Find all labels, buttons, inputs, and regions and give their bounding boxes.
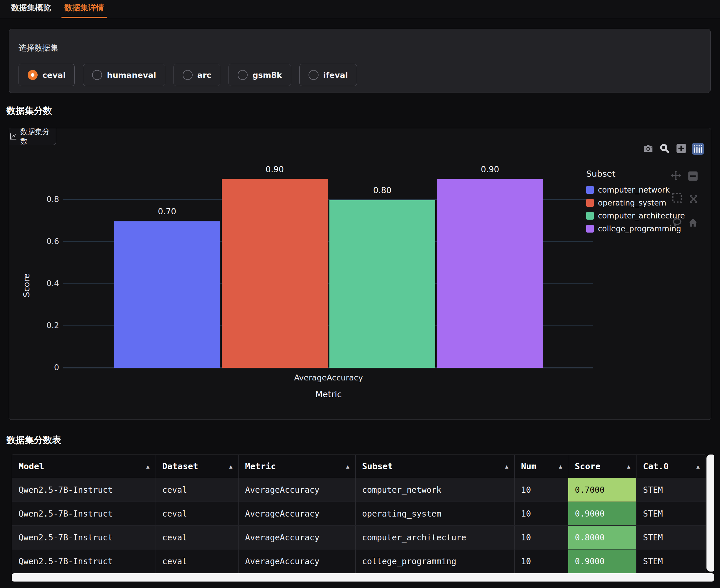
bar-value-label: 0.90 [437, 165, 543, 174]
zoom-out-icon[interactable] [687, 170, 699, 182]
cell-subset: computer_architecture [355, 526, 514, 549]
table-row-college_programming: Qwen2.5-7B-InstructcevalAverageAccuracyc… [12, 549, 705, 573]
radio-selected-icon[interactable] [28, 70, 38, 80]
cell-cat: STEM [636, 478, 705, 502]
legend-swatch-icon [586, 225, 594, 233]
column-header-cat-0[interactable]: Cat.0▲ [636, 455, 705, 478]
dataset-selector-label: 选择数据集 [19, 43, 701, 53]
cell-metric: AverageAccuracy [238, 549, 355, 573]
legend-swatch-icon [586, 199, 594, 207]
cell-model: Qwen2.5-7B-Instruct [12, 478, 156, 502]
dataset-option-label: ceval [42, 70, 66, 80]
y-tick-label: 0.6 [27, 237, 59, 246]
dataset-option-label: arc [197, 70, 211, 80]
cell-model: Qwen2.5-7B-Instruct [12, 549, 156, 573]
radio-icon[interactable] [92, 70, 102, 80]
y-tick-label: 0 [27, 363, 59, 372]
horizontal-scrollbar[interactable] [12, 573, 714, 582]
legend-item-label: college_programming [598, 224, 681, 233]
cell-dataset: ceval [156, 526, 239, 549]
sort-arrow-icon[interactable]: ▲ [627, 463, 630, 469]
legend-item-college_programming[interactable]: college_programming [586, 222, 685, 235]
cell-metric: AverageAccuracy [238, 526, 355, 549]
radio-icon[interactable] [238, 70, 248, 80]
y-tick-label: 0.8 [27, 195, 59, 204]
dataset-option-label: ifeval [323, 70, 348, 80]
dataset-option-arc[interactable]: arc [173, 64, 221, 86]
cell-num: 10 [514, 478, 568, 502]
legend-item-label: operating_system [598, 198, 666, 207]
radio-icon[interactable] [309, 70, 318, 80]
cell-cat: STEM [636, 502, 705, 525]
legend-swatch-icon [586, 212, 594, 219]
sort-arrow-icon[interactable]: ▲ [346, 463, 349, 469]
table-section-title: 数据集分数表 [6, 434, 61, 446]
cell-num: 10 [514, 526, 568, 549]
dataset-option-ifeval[interactable]: ifeval [300, 64, 357, 86]
legend-item-computer_network[interactable]: computer_network [586, 184, 685, 196]
score-table: Model▲Dataset▲Metric▲Subset▲Num▲Score▲Ca… [12, 455, 714, 584]
plot-area: 00.20.40.60.80.700.900.800.90AverageAccu… [9, 128, 711, 420]
cell-dataset: ceval [156, 549, 239, 573]
cell-dataset: ceval [156, 502, 239, 525]
bar-college_programming [437, 179, 543, 368]
sort-arrow-icon[interactable]: ▲ [559, 463, 562, 469]
tab-dataset-details[interactable]: 数据集详情 [61, 0, 107, 18]
bar-computer_network [114, 221, 220, 368]
lasso-icon[interactable] [672, 217, 683, 228]
x-tick-label: AverageAccuracy [114, 373, 543, 382]
legend-item-operating_system[interactable]: operating_system [586, 196, 685, 209]
dataset-selector-panel: 选择数据集 cevalhumanevalarcgsm8kifeval [9, 29, 711, 93]
legend-swatch-icon [586, 186, 594, 194]
cell-cat: STEM [636, 526, 705, 549]
sort-arrow-icon[interactable]: ▲ [697, 463, 700, 469]
radio-icon[interactable] [183, 70, 193, 80]
column-header-subset[interactable]: Subset▲ [355, 455, 514, 478]
column-header-num[interactable]: Num▲ [514, 455, 568, 478]
cell-num: 10 [514, 549, 568, 573]
cell-cat: STEM [636, 549, 705, 573]
table-row-operating_system: Qwen2.5-7B-InstructcevalAverageAccuracyo… [12, 502, 705, 525]
y-tick-label: 0.2 [27, 321, 59, 330]
autoscale-icon[interactable] [688, 193, 699, 205]
column-header-label: Subset [362, 461, 393, 471]
cell-subset: college_programming [355, 549, 514, 573]
column-header-label: Cat.0 [643, 461, 668, 471]
tab-bar: 数据集概览 数据集详情 [0, 0, 720, 18]
home-icon[interactable] [687, 217, 699, 228]
vertical-scrollbar[interactable] [706, 455, 714, 571]
dataset-option-gsm8k[interactable]: gsm8k [228, 64, 291, 86]
box-select-icon[interactable] [672, 192, 683, 204]
cell-subset: operating_system [355, 502, 514, 525]
column-header-dataset[interactable]: Dataset▲ [156, 455, 239, 478]
dataset-option-label: gsm8k [252, 70, 282, 80]
column-header-label: Num [521, 461, 536, 471]
sort-arrow-icon[interactable]: ▲ [229, 463, 232, 469]
bar-computer_architecture [329, 200, 435, 368]
bar-value-label: 0.90 [222, 165, 328, 174]
column-header-metric[interactable]: Metric▲ [238, 455, 355, 478]
column-header-score[interactable]: Score▲ [568, 455, 636, 478]
cell-model: Qwen2.5-7B-Instruct [12, 502, 156, 525]
column-header-model[interactable]: Model▲ [12, 455, 156, 478]
pan-icon[interactable] [670, 170, 681, 181]
score-table-grid: Model▲Dataset▲Metric▲Subset▲Num▲Score▲Ca… [12, 455, 706, 573]
dataset-option-humaneval[interactable]: humaneval [83, 64, 165, 86]
table-row-computer_architecture: Qwen2.5-7B-InstructcevalAverageAccuracyc… [12, 525, 705, 549]
sort-arrow-icon[interactable]: ▲ [146, 463, 149, 469]
column-header-label: Model [19, 461, 44, 471]
cell-score-badge: 0.9000 [568, 502, 636, 525]
cell-model: Qwen2.5-7B-Instruct [12, 526, 156, 549]
cell-score-badge: 0.9000 [568, 549, 636, 573]
legend-item-computer_architecture[interactable]: computer_architecture [586, 209, 685, 222]
cell-score-badge: 0.7000 [568, 478, 636, 502]
table-header-row: Model▲Dataset▲Metric▲Subset▲Num▲Score▲Ca… [12, 455, 705, 478]
cell-score-badge: 0.8000 [568, 526, 636, 549]
legend-item-label: computer_network [598, 186, 670, 194]
bar-value-label: 0.80 [329, 186, 435, 195]
tab-dataset-overview[interactable]: 数据集概览 [8, 0, 54, 18]
bar-value-label: 0.70 [114, 207, 220, 216]
sort-arrow-icon[interactable]: ▲ [505, 463, 508, 469]
dataset-option-ceval[interactable]: ceval [19, 64, 75, 86]
cell-subset: computer_network [355, 478, 514, 502]
